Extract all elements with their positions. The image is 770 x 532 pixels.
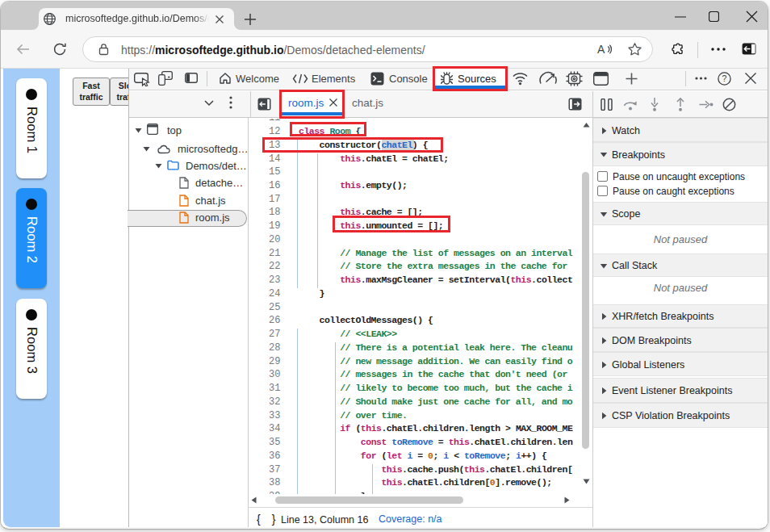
svg-text:?: ? <box>722 73 727 83</box>
svg-text:A: A <box>597 43 605 56</box>
